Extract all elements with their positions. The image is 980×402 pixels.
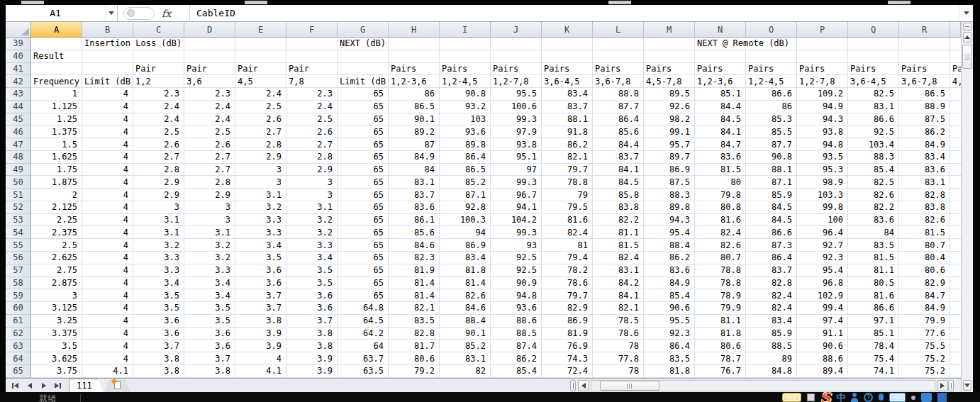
ime-account-icon[interactable]: [851, 393, 858, 402]
cell-A43[interactable]: 1: [31, 88, 82, 101]
cell-F52[interactable]: 3.1: [286, 201, 338, 214]
cell-F54[interactable]: 3.2: [286, 226, 338, 239]
cell-C43[interactable]: 2.3: [133, 88, 184, 101]
cell-N55[interactable]: 82.6: [695, 239, 746, 252]
cell-J42[interactable]: 1,2-7,8: [491, 75, 542, 88]
cell-M65[interactable]: 81.8: [644, 365, 695, 378]
scroll-left-button[interactable]: [578, 380, 589, 391]
cell-J62[interactable]: 88.5: [491, 328, 542, 340]
cell-E40[interactable]: [235, 50, 286, 63]
cell-A62[interactable]: 3.375: [31, 328, 82, 340]
cell-E41[interactable]: Pair: [235, 63, 286, 76]
cell-F45[interactable]: 2.5: [286, 113, 338, 126]
cell-R63[interactable]: 75.5: [899, 340, 950, 352]
cell-I60[interactable]: 84.6: [440, 302, 491, 315]
cell-clipped-59[interactable]: [950, 289, 961, 302]
ime-keyboard-icon[interactable]: [889, 393, 906, 402]
cell-R62[interactable]: 77.6: [899, 328, 950, 340]
cell-L52[interactable]: 83.8: [593, 201, 644, 214]
cell-Q52[interactable]: 82.2: [848, 201, 899, 214]
cell-M58[interactable]: 84.9: [644, 277, 695, 290]
cell-K60[interactable]: 82.9: [542, 302, 593, 315]
cell-G51[interactable]: 65: [338, 189, 389, 201]
cell-R57[interactable]: 80.6: [899, 264, 950, 277]
cell-B54[interactable]: 4: [82, 226, 133, 239]
cell-C54[interactable]: 3.1: [133, 226, 184, 239]
cell-C50[interactable]: 2.9: [133, 176, 184, 189]
ime-window-icon[interactable]: [807, 393, 815, 401]
row-header-62[interactable]: 62: [6, 328, 31, 340]
cell-B65[interactable]: 4.1: [82, 365, 133, 378]
cell-O43[interactable]: 86.6: [746, 88, 797, 101]
cell-A47[interactable]: 1.5: [31, 138, 82, 151]
cell-L62[interactable]: 78.6: [593, 328, 644, 340]
cell-N47[interactable]: 84.7: [695, 138, 746, 151]
cell-A65[interactable]: 3.75: [31, 365, 82, 378]
cell-J41[interactable]: Pairs: [491, 63, 542, 76]
cell-H54[interactable]: 85.6: [389, 226, 440, 239]
cell-J58[interactable]: 90.9: [491, 277, 542, 290]
cell-O46[interactable]: 85.5: [746, 125, 797, 138]
scroll-up-button[interactable]: [963, 32, 971, 43]
cell-J44[interactable]: 100.6: [491, 101, 542, 113]
cell-P65[interactable]: 89.4: [797, 365, 848, 378]
cell-E43[interactable]: 2.4: [235, 88, 286, 101]
cell-C53[interactable]: 3.1: [133, 214, 184, 227]
row-header-41[interactable]: 41: [6, 63, 31, 76]
cell-B61[interactable]: 4: [82, 315, 133, 328]
column-header-clipped[interactable]: [950, 22, 961, 38]
row-header-61[interactable]: 61: [6, 315, 31, 328]
cell-clipped-40[interactable]: [950, 50, 961, 63]
row-header-45[interactable]: 45: [6, 113, 31, 126]
cell-O47[interactable]: 87.7: [746, 138, 797, 151]
cell-E64[interactable]: 4: [235, 352, 286, 365]
cell-J61[interactable]: 88.6: [491, 315, 542, 328]
cell-D50[interactable]: 2.8: [184, 176, 235, 189]
cell-R56[interactable]: 80.4: [899, 252, 950, 264]
cell-N45[interactable]: 84.5: [695, 113, 746, 126]
cell-L55[interactable]: 81.5: [593, 239, 644, 252]
cell-C65[interactable]: 3.8: [133, 365, 184, 378]
cell-O48[interactable]: 90.8: [746, 151, 797, 164]
cell-R41[interactable]: Pairs: [899, 63, 950, 76]
cell-clipped-49[interactable]: [950, 164, 961, 177]
cell-M63[interactable]: 86.4: [644, 340, 695, 352]
cell-R54[interactable]: 81.5: [899, 226, 950, 239]
cell-J60[interactable]: 93.6: [491, 302, 542, 315]
cell-D43[interactable]: 2.3: [184, 88, 235, 101]
cell-B45[interactable]: 4: [82, 113, 133, 126]
cell-C57[interactable]: 3.3: [133, 264, 184, 277]
cell-K53[interactable]: 81.6: [542, 214, 593, 227]
cell-H64[interactable]: 80.6: [389, 352, 440, 365]
cell-A64[interactable]: 3.625: [31, 352, 82, 365]
cell-M44[interactable]: 92.6: [644, 101, 695, 113]
cell-clipped-65[interactable]: [950, 365, 961, 378]
cell-Q43[interactable]: 82.5: [848, 88, 899, 101]
cell-clipped-51[interactable]: [950, 189, 961, 201]
cell-J57[interactable]: 92.5: [491, 264, 542, 277]
cell-K45[interactable]: 88.1: [542, 113, 593, 126]
cell-A45[interactable]: 1.25: [31, 113, 82, 126]
cell-E60[interactable]: 3.7: [235, 302, 286, 315]
cell-P51[interactable]: 103.3: [797, 189, 848, 201]
cell-M45[interactable]: 98.2: [644, 113, 695, 126]
cell-clipped-41[interactable]: Pa: [950, 63, 961, 76]
cell-D53[interactable]: 3: [184, 214, 235, 227]
cell-R53[interactable]: 82.6: [899, 214, 950, 227]
cell-H47[interactable]: 87: [389, 138, 440, 151]
cell-A39[interactable]: [31, 38, 82, 50]
cell-Q61[interactable]: 97.1: [848, 315, 899, 328]
row-header-42[interactable]: 42: [6, 75, 31, 88]
vertical-scrollbar[interactable]: [961, 22, 973, 392]
cell-A46[interactable]: 1.375: [31, 125, 82, 138]
cell-C62[interactable]: 3.6: [133, 328, 184, 340]
cell-R64[interactable]: 75.2: [899, 352, 950, 365]
cell-O55[interactable]: 87.3: [746, 239, 797, 252]
cell-O63[interactable]: 88.5: [746, 340, 797, 352]
cell-B47[interactable]: 4: [82, 138, 133, 151]
cell-R47[interactable]: 84.9: [899, 138, 950, 151]
cell-clipped-47[interactable]: [950, 138, 961, 151]
cell-B55[interactable]: 4: [82, 239, 133, 252]
cell-I63[interactable]: 85.2: [440, 340, 491, 352]
cell-H55[interactable]: 84.6: [389, 239, 440, 252]
